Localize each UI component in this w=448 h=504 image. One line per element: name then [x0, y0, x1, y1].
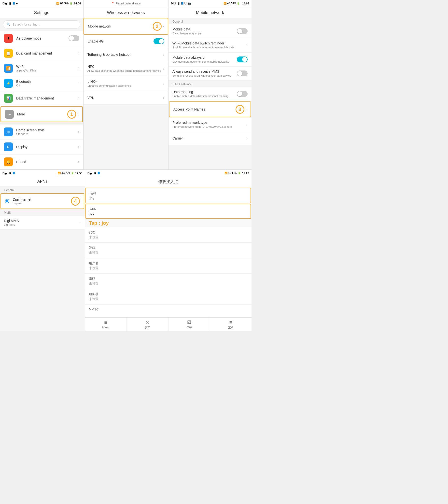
- wireless-item-vpn[interactable]: VPN ›: [84, 91, 168, 105]
- linkplus-desc: Enhance communication experience: [88, 84, 163, 88]
- settings-item-wifi[interactable]: 📶 Wi-Fi allpay@unifibiz ›: [0, 61, 83, 76]
- sound-label: Sound: [16, 160, 78, 164]
- settings-item-bluetooth[interactable]: ⚡ Bluetooth Off ›: [0, 76, 83, 91]
- bottom-status-bar: Digi 📱 📘 📶 4G 76% 🔋 12:50 Digi 📱 📘 📶 4G …: [0, 169, 251, 176]
- preferred-network-desc: Preferred network mode: LTE/WCDMA/GSM au…: [172, 125, 246, 128]
- settings-item-more[interactable]: ⋯ More 1 ›: [0, 106, 83, 122]
- more-menu-label: 菜单: [228, 326, 233, 329]
- mobile-item-preferred-network[interactable]: Preferred network type Preferred network…: [168, 118, 251, 132]
- settings-item-display[interactable]: 🖥 Display ›: [0, 140, 83, 155]
- nfc-desc: Allow data exchange when the phone touch…: [88, 69, 163, 72]
- digi-right-app: Digi: [171, 2, 176, 5]
- search-placeholder: Search for setting...: [13, 23, 40, 26]
- wifi-value: allpay@unifibiz: [16, 69, 78, 72]
- apn-list: General Digi Internet diginet 4 MMS Digi…: [0, 186, 85, 331]
- mobile-data-toggle[interactable]: [237, 28, 248, 34]
- apn-mms-label: MMS: [0, 210, 85, 216]
- apn-field-proxy[interactable]: 代理 未设置: [85, 227, 251, 243]
- bottom-left-status: Digi 📱 📘 📶 4G 76% 🔋 12:50: [0, 170, 85, 176]
- apn-field-port[interactable]: 端口 未设置: [85, 243, 251, 258]
- nav-menu[interactable]: ≡ Menu: [85, 318, 127, 331]
- apn-item-digi-internet[interactable]: Digi Internet diginet 4: [0, 193, 84, 209]
- settings-item-sound[interactable]: 🔔 Sound ›: [0, 155, 83, 169]
- mobile-item-mms[interactable]: Always send and receive MMS Send and rec…: [168, 67, 251, 81]
- general-section-label: General: [168, 18, 251, 24]
- sound-arrow: ›: [78, 160, 79, 164]
- apn-field-apn[interactable]: APN joy: [86, 204, 251, 219]
- enable4g-toggle[interactable]: [154, 38, 164, 44]
- bottom-left-time: 12:50: [75, 172, 82, 175]
- always-on-toggle[interactable]: [237, 56, 248, 62]
- digi-mms-name: Digi MMS: [4, 219, 80, 223]
- wifi-switch-desc: If Wi-Fi unavailable, ask whether to use…: [172, 46, 246, 49]
- apn-field-password[interactable]: 密码 未设置: [85, 274, 251, 289]
- display-icon: 🖥: [4, 143, 13, 151]
- dual-card-icon: 📋: [4, 49, 13, 58]
- wireless-item-enable4g[interactable]: Enable 4G: [84, 35, 168, 48]
- mobile-item-wifi-switch[interactable]: Wi-Fi/Mobile data switch reminder If Wi-…: [168, 38, 251, 52]
- apn-field-name[interactable]: 名称 joy: [86, 188, 251, 203]
- password-empty: 未设置: [89, 282, 248, 286]
- discard-icon: ✕: [145, 319, 150, 325]
- bottom-nav: ≡ Menu ✕ 放弃 ☑ 保存 ≡ 菜单: [85, 317, 251, 331]
- wireless-item-nfc[interactable]: NFC Allow data exchange when the phone t…: [84, 61, 168, 76]
- settings-item-dual-card[interactable]: 📋 Dual card management ›: [0, 46, 83, 61]
- wifi-label: Wi-Fi: [16, 65, 78, 69]
- aeroplane-toggle[interactable]: [69, 35, 79, 41]
- home-screen-label: Home screen style: [16, 128, 78, 132]
- settings-item-aeroplane[interactable]: ✈ Aeroplane mode: [0, 31, 83, 46]
- settings-item-home-screen[interactable]: ⊞ Home screen style Standard ›: [0, 125, 83, 140]
- wireless-item-linkplus[interactable]: LINK+ Enhance communication experience ›: [84, 76, 168, 91]
- mobile-item-data-roaming[interactable]: Data roaming Enable mobile data while in…: [168, 87, 251, 101]
- password-label: 密码: [89, 277, 248, 281]
- carrier-arrow: ›: [246, 136, 248, 141]
- data-roaming-desc: Enable mobile data while international r…: [172, 94, 237, 98]
- digi-left-app: Digi: [2, 2, 8, 5]
- nav-discard[interactable]: ✕ 放弃: [127, 318, 168, 331]
- linkplus-arrow: ›: [163, 81, 164, 86]
- apn-field-mmsc[interactable]: MMSC: [85, 305, 251, 317]
- mobile-item-data[interactable]: Mobile data Data charges may apply: [168, 24, 251, 38]
- data-traffic-icon: 📊: [4, 94, 13, 103]
- mmsc-label: MMSC: [89, 307, 248, 311]
- wireless-item-tethering[interactable]: Tethering & portable hotspot ›: [84, 48, 168, 61]
- vpn-arrow: ›: [163, 95, 164, 100]
- nav-save[interactable]: ☑ 保存: [168, 318, 210, 331]
- mobile-item-access-point[interactable]: Access Point Names 3 ›: [169, 101, 251, 117]
- mobile-network-arrow: ›: [162, 24, 164, 29]
- digi-internet-radio[interactable]: [5, 199, 9, 203]
- aeroplane-icon: ✈: [4, 34, 13, 43]
- mms-toggle[interactable]: [237, 71, 248, 76]
- mobile-data-desc: Data charges may apply: [172, 32, 237, 35]
- wireless-item-mobile-network[interactable]: Mobile network 2 ›: [84, 18, 168, 35]
- search-bar[interactable]: 🔍 Search for setting...: [3, 20, 80, 29]
- apn-title: APNs: [0, 176, 85, 186]
- always-on-label: Mobile data always on: [172, 55, 237, 59]
- mobile-item-always-on[interactable]: Mobile data always on May use more power…: [168, 53, 251, 67]
- settings-item-data-traffic[interactable]: 📊 Data traffic management ›: [0, 91, 83, 106]
- wireless-panel: Wireless & networks Mobile network 2 › E…: [84, 7, 168, 169]
- settings-list: ✈ Aeroplane mode 📋 Dual card management …: [0, 31, 83, 169]
- port-label: 端口: [89, 246, 248, 250]
- nav-more-menu[interactable]: ≡ 菜单: [210, 318, 251, 331]
- display-arrow: ›: [78, 145, 79, 149]
- step-1-badge: 1: [67, 110, 76, 119]
- apn-field-value: joy: [90, 212, 247, 216]
- bottom-right-time: 12:29: [242, 172, 249, 175]
- data-roaming-label: Data roaming: [172, 90, 237, 94]
- main-layout: Settings 🔍 Search for setting... ✈ Aerop…: [0, 7, 251, 169]
- step-2-badge: 2: [153, 22, 161, 31]
- apn-field-server[interactable]: 服务器 未设置: [85, 289, 251, 305]
- wifi-switch-label: Wi-Fi/Mobile data switch reminder: [172, 41, 246, 45]
- mobile-item-carrier[interactable]: Carrier ›: [168, 132, 251, 145]
- apn-field-username[interactable]: 用户名 未设置: [85, 258, 251, 274]
- enable4g-label: Enable 4G: [88, 39, 154, 43]
- apn-item-digi-mms[interactable]: Digi MMS digimms ›: [0, 216, 85, 230]
- server-label: 服务器: [89, 292, 248, 296]
- data-roaming-toggle[interactable]: [237, 91, 248, 97]
- edit-apn-list: 名称 joy APN joy Tap : joy 代理 未设置 端口 未设置: [85, 187, 251, 317]
- settings-title: Settings: [0, 7, 83, 18]
- wifi-arrow: ›: [78, 66, 79, 71]
- mms-desc: Send and receive MMS without your data s…: [172, 74, 237, 77]
- more-label: More: [17, 112, 65, 116]
